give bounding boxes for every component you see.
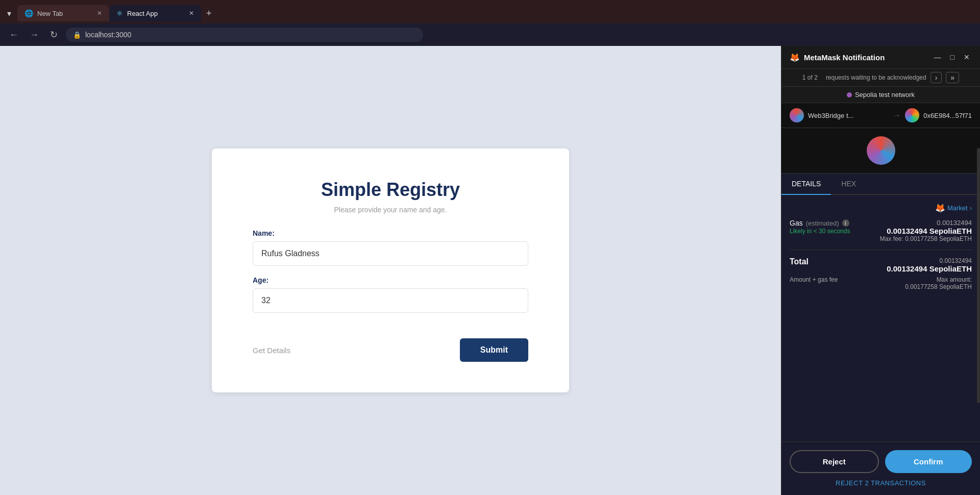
metamask-header: 🦊 MetaMask Notification — □ ✕ [781,46,980,69]
market-anchor[interactable]: Market [947,204,968,212]
from-account-avatar [790,108,804,122]
age-input[interactable] [253,288,528,313]
gas-row: Gas (estimated) i Likely in < 30 seconds… [790,219,972,242]
maximize-button[interactable]: □ [948,52,957,62]
new-tab-close[interactable]: ✕ [97,10,102,17]
react-tab-label: React App [127,10,158,17]
max-amount-label: Max amount: [905,276,972,283]
gas-label-section: Gas (estimated) i Likely in < 30 seconds [790,219,850,236]
address-bar: ← → ↻ 🔒 localhost:3000 [0,23,980,46]
big-avatar [867,136,895,165]
age-field-group: Age: [253,276,528,313]
name-field-group: Name: [253,229,528,266]
tab-details[interactable]: DETAILS [781,174,831,195]
scrollbar[interactable] [977,148,980,403]
tab-react-app[interactable]: ⚛ React App ✕ [109,5,201,21]
age-label: Age: [253,276,528,284]
total-label: Total [790,257,808,266]
tab-hex[interactable]: HEX [831,174,866,195]
gas-info-icon[interactable]: i [842,219,849,227]
browser-dropdown-btn[interactable]: ▾ [3,7,15,20]
registry-card: Simple Registry Please provide your name… [212,148,569,392]
submit-button[interactable]: Submit [460,338,528,362]
metamask-footer: Reject Confirm REJECT 2 TRANSACTIONS [781,441,980,495]
max-amount-section: Max amount: 0.00177258 SepoliaETH [905,276,972,290]
back-button[interactable]: ← [6,29,21,41]
tab-bar: ▾ 🌐 New Tab ✕ ⚛ React App ✕ + [0,0,980,23]
network-dot [847,92,852,97]
divider [790,250,972,250]
arrow-right-icon: → [893,111,901,120]
big-avatar-section [781,128,980,174]
max-fee-label: Max fee: [880,235,903,242]
react-tab-icon: ⚛ [116,9,123,17]
new-tab-icon: 🌐 [24,9,33,17]
reject-all-link[interactable]: REJECT 2 TRANSACTIONS [790,479,972,487]
forward-button[interactable]: → [27,29,42,41]
metamask-title: MetaMask Notification [804,53,928,62]
metamask-fox-icon: 🦊 [790,53,800,62]
max-fee-value: 0.00177258 SepoliaETH [905,235,972,242]
gas-maxfee-text: Max fee: 0.00177258 SepoliaETH [880,235,972,242]
total-row: Total 0.00132494 0.00132494 SepoliaETH [790,257,972,273]
reload-button[interactable]: ↻ [47,28,61,41]
lock-icon: 🔒 [73,31,81,39]
total-big-value: 0.00132494 SepoliaETH [887,264,972,273]
market-chevron-icon: › [970,204,972,212]
name-input[interactable] [253,241,528,266]
total-small-value: 0.00132494 [887,257,972,264]
from-account-name: Web3Bridge t... [808,112,889,119]
gas-text: Gas [790,219,803,227]
network-bar: Sepolia test network [781,87,980,103]
gas-likely-text: Likely in < 30 seconds [790,227,850,236]
name-label: Name: [253,229,528,237]
main-content: Simple Registry Please provide your name… [0,46,980,495]
total-values: 0.00132494 0.00132494 SepoliaETH [887,257,972,273]
metamask-tabs: DETAILS HEX [781,174,980,195]
accounts-bar: Web3Bridge t... → 0x6E984...57f71 [781,103,980,128]
amount-gas-label: Amount + gas fee [790,276,838,290]
page-subtitle: Please provide your name and age. [253,206,528,214]
max-amount-value: 0.00177258 SepoliaETH [905,283,972,290]
requests-next-button[interactable]: › [930,72,942,83]
action-buttons: Reject Confirm [790,450,972,473]
metamask-body: 🦊 Market › Gas (estimated) i Likely in <… [781,195,980,441]
market-link: 🦊 Market › [790,203,972,213]
minimize-button[interactable]: — [932,52,943,62]
reject-button[interactable]: Reject [790,450,879,473]
close-button[interactable]: ✕ [962,52,972,62]
requests-count: 1 of 2 [802,74,818,81]
form-actions: Get Details Submit [253,338,528,362]
get-details-button[interactable]: Get Details [253,346,290,355]
web-app-area: Simple Registry Please provide your name… [0,46,781,495]
requests-last-button[interactable]: » [946,72,959,83]
new-tab-label: New Tab [37,10,63,17]
confirm-button[interactable]: Confirm [885,450,972,473]
page-title: Simple Registry [253,179,528,201]
gas-label: Gas (estimated) i [790,219,850,227]
gas-big-value: 0.00132494 SepoliaETH [880,227,972,235]
gas-values: 0.00132494 0.00132494 SepoliaETH Max fee… [880,219,972,242]
browser-chrome: ▾ 🌐 New Tab ✕ ⚛ React App ✕ + ← → ↻ 🔒 lo… [0,0,980,46]
gas-small-value: 0.00132494 [880,219,972,227]
gas-estimated-text: (estimated) [806,219,839,227]
market-fox-icon: 🦊 [935,203,945,213]
to-account-avatar [905,108,919,122]
requests-bar: 1 of 2 requests waiting to be acknowledg… [781,69,980,87]
amount-gas-row: Amount + gas fee Max amount: 0.00177258 … [790,276,972,290]
new-tab-button[interactable]: + [201,6,217,21]
address-text: localhost:3000 [85,31,131,39]
network-name: Sepolia test network [855,91,915,98]
window-controls: — □ ✕ [932,52,972,62]
to-account-address: 0x6E984...57f71 [923,112,972,119]
requests-subtext: requests waiting to be acknowledged [826,74,926,81]
metamask-panel: 🦊 MetaMask Notification — □ ✕ 1 of 2 req… [781,46,980,495]
address-box[interactable]: 🔒 localhost:3000 [66,28,423,42]
requests-nav: 1 of 2 requests waiting to be acknowledg… [785,72,977,83]
tab-new-tab[interactable]: 🌐 New Tab ✕ [17,5,109,21]
react-tab-close[interactable]: ✕ [189,10,194,17]
